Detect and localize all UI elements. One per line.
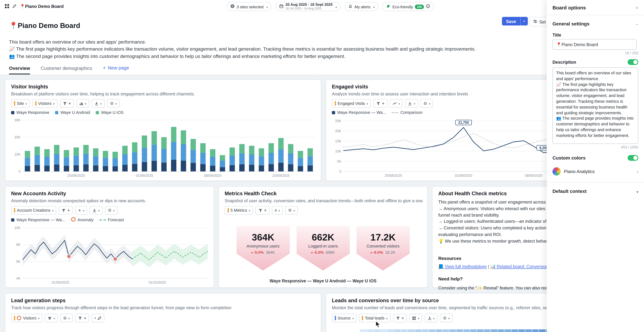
kpi-logged-in-users[interactable]: 662K Logged-in users -5.0%698K [296,226,350,270]
chevron-down-icon [52,208,54,212]
new-accounts-chart[interactable]: 4K6K8K10K!!01/09/202501/10/2025 [8,225,210,285]
edit-title-button[interactable] [61,22,69,31]
palette-row[interactable]: Piano Analytics [547,164,644,179]
app-root: 📍Piano Demo Board 3 sites selected 20 Au… [0,0,644,332]
chevron-down-icon [100,101,102,106]
board-description-textarea[interactable]: This board offers an overview of our sit… [552,68,638,144]
kpi-delta: -5.0% [251,250,264,254]
tab-overview[interactable]: Overview [9,66,30,74]
export-button[interactable] [92,99,104,108]
app-logo-icon[interactable] [5,4,9,8]
legend-item: Waye U Android [55,110,90,115]
description-toggle[interactable] [628,59,638,65]
svg-text:15/09/2025: 15/09/2025 [272,174,290,178]
gear-icon [108,208,112,212]
widget-settings-button[interactable] [107,99,120,108]
kpi-delta: -5.0% [311,250,324,254]
svg-text:4K: 4K [16,276,21,280]
eco-friendly-toggle[interactable]: Eco-friendly ON [382,2,434,11]
filter-add-button[interactable] [374,99,387,108]
metric-pill-visitors[interactable]: Visitors [32,99,58,108]
legend-item: Comparison [392,110,422,115]
legend-item: Waye Responsive [11,110,50,115]
card-subtitle: Track how visitors progress through diff… [11,305,316,310]
legend-swatch [332,111,335,114]
filter-add-button[interactable] [60,99,74,108]
widget-settings-button[interactable] [105,206,118,214]
chart-legend: Waye Responsive — Wa... Anomaly Forecast [11,217,124,222]
sparkle-icon [78,208,81,212]
resources-heading: Resources [438,256,462,261]
default-context-row[interactable]: Default context [547,183,644,200]
date-range-comparison: 16 Jul 2025 - 14 Aug 2025 [286,7,333,10]
visitor-insights-chart[interactable]: 010K20K30K25/08/202501/09/202508/09/2025… [8,118,317,178]
chevron-down-icon [54,316,55,320]
custom-colors-label: Custom colors [552,155,586,160]
filter-add-button[interactable] [393,314,407,322]
card-new-accounts: New Accounts Activity Anomaly detection … [5,186,214,288]
edit-board-icon[interactable] [12,3,16,10]
custom-colors-toggle[interactable] [628,155,638,161]
save-button[interactable]: Save [502,17,528,26]
card-visitor-insights: Visitor Insights Breakdown of platform v… [5,79,321,181]
metric-pill-total-leads[interactable]: Total leads [359,314,390,322]
heatmap-viz-button[interactable] [409,314,422,322]
widget-settings-button[interactable] [60,314,73,322]
card-title: Visitor Insights [11,84,48,90]
kpi-anonymous-users[interactable]: 364K Anonymous users -5.0%384K [236,226,290,270]
my-alerts-button[interactable]: My alerts [345,2,378,11]
anomaly-ring-icon [71,217,76,221]
export-button[interactable] [90,206,102,214]
export-button[interactable] [405,99,418,108]
card-title: Engaged visits [332,84,368,90]
widget-settings-button[interactable] [420,99,433,108]
kpi-label: Logged-in users [308,244,338,248]
svg-text:5K: 5K [337,159,342,163]
annotation-button[interactable] [92,314,104,322]
kpi-converted-visitors[interactable]: 17.2K Converted visitors -6.0%18.2K [356,226,410,270]
kpi-label: Anonymous users [246,244,280,248]
metric-pill-account-creations[interactable]: Account Creations [11,206,56,214]
chevron-down-icon [386,316,388,320]
gear-icon [288,208,292,212]
chart-legend: Waye Responsive — Wa... Comparison [332,110,422,115]
card-title: New Accounts Activity [11,191,66,196]
kpi-value: 662K [312,232,334,243]
svg-text:25/08/2025: 25/08/2025 [68,174,85,178]
sites-selector[interactable]: 3 sites selected [227,2,272,11]
chart-type-button[interactable] [390,99,403,108]
dimension-pill-source[interactable]: Source [332,314,356,322]
chart-type-button[interactable] [76,99,89,108]
filter-add-button[interactable] [75,314,89,322]
info-icon[interactable] [426,4,430,9]
anomaly-detection-button[interactable] [75,206,87,214]
filter-add-button[interactable] [256,206,270,214]
new-page-button[interactable]: New page [103,65,129,74]
dimension-pill-site[interactable]: Site [11,99,30,108]
widget-settings-button[interactable] [440,314,452,322]
metric-pill-visitors[interactable]: Visitors [11,314,42,322]
globe-icon [230,4,234,9]
card-subtitle: Breakdown of platform visitors over time… [11,91,316,96]
big-number-viz-button[interactable] [272,206,283,214]
collapse-icon[interactable] [636,20,638,28]
date-range-selector[interactable]: 20 Aug 2025 - 18 Sept 2025 16 Jul 2025 -… [276,2,341,11]
save-dropdown-icon[interactable] [520,17,528,26]
funnel-chart-button[interactable] [45,314,58,322]
methodology-link[interactable]: 📘 View full methodology [438,264,487,269]
color-wheel-icon [552,167,561,176]
export-button[interactable] [425,314,438,322]
filter-add-button[interactable] [59,206,73,214]
close-icon[interactable]: × [636,5,638,11]
metric-pill-5-metrics[interactable]: 5 Metrics [225,206,253,214]
widget-settings-button[interactable] [285,206,298,214]
tab-customer-demographics[interactable]: Customer demographics [41,66,92,74]
legend-item: Waye Responsive — Wa... [332,110,386,115]
svg-text:08/09/2025: 08/09/2025 [204,174,221,178]
gear-icon [424,101,427,106]
title-field-label: Title [547,31,644,39]
chevron-down-icon [398,101,400,106]
metric-pill-engaged-visits[interactable]: Engaged Visits [332,99,371,108]
board-title-input[interactable] [552,39,637,50]
general-settings-heading: General settings [552,21,590,26]
